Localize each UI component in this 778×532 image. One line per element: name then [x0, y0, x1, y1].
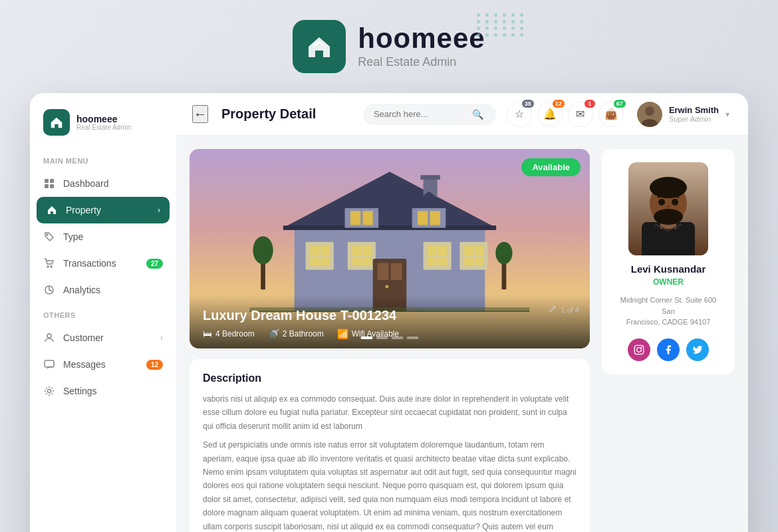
svg-point-12 [645, 106, 654, 116]
svg-point-57 [650, 177, 687, 198]
description-p1: vaboris nisi ut aliquip ex ea commodo co… [203, 392, 577, 433]
main-content: ← Property Detail 🔍 ☆ 38 🔔 12 ✉ 1 [176, 93, 748, 532]
svg-rect-61 [634, 345, 643, 354]
agent-name: Levi Kusnandar [615, 263, 721, 275]
settings-label: Settings [63, 386, 97, 396]
bedroom-feature: 🛏 4 Bedroom [203, 329, 255, 339]
mail-button[interactable]: ✉ 1 [568, 102, 593, 127]
dashboard-label: Dashboard [63, 178, 109, 189]
instagram-button[interactable] [628, 338, 650, 361]
user-profile[interactable]: Erwin Smith Super Admin ▾ [634, 102, 732, 127]
bag-button[interactable]: 👜 67 [598, 102, 624, 127]
search-icon: 🔍 [472, 109, 483, 120]
property-panel: Available ⤢ 1 of 4 Luxury Dream House T-… [190, 149, 590, 532]
dot-1[interactable] [361, 336, 373, 339]
svg-rect-28 [412, 208, 446, 227]
svg-rect-3 [50, 184, 54, 188]
top-branding: hoomeee Real Estate Admin [293, 20, 485, 73]
svg-rect-26 [363, 211, 373, 225]
description-p2: Sed ut perspiciatis unde omnis iste natu… [203, 438, 577, 532]
chat-icon [43, 358, 55, 370]
sidebar-item-analytics[interactable]: Analytics [30, 277, 176, 303]
agent-card: Levi Kusnandar OWNER Midnight Corner St.… [602, 149, 735, 374]
property-info-overlay: Luxury Dream House T-001234 🛏 4 Bedroom … [190, 295, 590, 348]
dot-3[interactable] [392, 336, 404, 339]
gear-icon [43, 385, 55, 397]
back-button[interactable]: ← [192, 105, 208, 123]
description-title: Description [203, 372, 577, 384]
sidebar-item-transactions[interactable]: Transactions 27 [30, 250, 176, 277]
svg-point-60 [672, 199, 678, 205]
house-illustration [249, 155, 529, 312]
svg-rect-9 [45, 360, 54, 367]
svg-point-4 [47, 234, 48, 235]
dot-decoration [477, 13, 525, 37]
sidebar-item-property[interactable]: Property › [37, 197, 170, 223]
svg-rect-20 [283, 225, 496, 230]
customer-label: Customer [63, 332, 104, 343]
agent-address-line2: Francisco, CADGE 94107 [626, 318, 711, 326]
svg-point-10 [48, 390, 51, 393]
facebook-button[interactable] [657, 338, 680, 361]
dot-4[interactable] [407, 336, 419, 339]
bathroom-feature: 🚿 2 Bathroom [268, 329, 324, 339]
mail-badge: 1 [584, 100, 595, 108]
star-button[interactable]: ☆ 38 [507, 102, 532, 127]
dot-2[interactable] [376, 336, 388, 339]
brand-text: hoomeee Real Estate Admin [358, 25, 485, 69]
type-label: Type [63, 231, 83, 242]
header-actions: ☆ 38 🔔 12 ✉ 1 👜 67 [507, 102, 624, 127]
svg-rect-0 [45, 179, 49, 183]
user-name: Erwin Smith [669, 105, 719, 115]
cart-icon [43, 257, 55, 269]
sidebar-item-messages[interactable]: Messages 12 [30, 351, 176, 378]
search-input[interactable] [374, 109, 467, 119]
carousel-dots [361, 336, 419, 339]
svg-point-42 [385, 285, 388, 289]
svg-rect-24 [345, 208, 379, 227]
sidebar-item-settings[interactable]: Settings [30, 378, 176, 404]
svg-rect-29 [418, 211, 428, 225]
messages-badge: 12 [146, 360, 163, 370]
page-title: Property Detail [221, 106, 352, 122]
twitter-button[interactable] [686, 338, 709, 361]
tag-icon [43, 231, 55, 243]
svg-point-62 [637, 347, 642, 352]
agent-panel: Levi Kusnandar OWNER Midnight Corner St.… [602, 149, 735, 532]
agent-address: Midnight Corner St. Suite 600 San Franci… [615, 295, 721, 328]
transactions-label: Transactions [63, 258, 116, 269]
bathroom-label: 2 Bathroom [283, 329, 324, 338]
content-area: Available ⤢ 1 of 4 Luxury Dream House T-… [176, 136, 748, 532]
bath-icon: 🚿 [268, 329, 279, 339]
bell-button[interactable]: 🔔 12 [537, 102, 563, 127]
wifi-icon: 📶 [337, 329, 348, 339]
description-text: vaboris nisi ut aliquip ex ea commodo co… [203, 392, 577, 532]
sidebar-item-type[interactable]: Type [30, 223, 176, 250]
agent-photo [628, 162, 708, 255]
svg-marker-19 [283, 172, 496, 227]
property-image-card: Available ⤢ 1 of 4 Luxury Dream House T-… [190, 149, 590, 348]
svg-point-17 [495, 242, 512, 265]
bag-badge: 67 [614, 100, 626, 108]
property-chevron: › [158, 205, 160, 215]
sidebar-item-dashboard[interactable]: Dashboard [30, 170, 176, 197]
messages-label: Messages [63, 359, 106, 370]
sidebar-logo [43, 109, 70, 136]
svg-rect-25 [350, 211, 360, 225]
brand-name: hoomeee [358, 25, 485, 53]
sidebar-item-customer[interactable]: Customer › [30, 325, 176, 351]
sidebar: hoomeee Real Estate Admin Main Menu Dash… [30, 93, 176, 532]
svg-point-63 [641, 346, 642, 348]
user-info: Erwin Smith Super Admin [669, 105, 719, 123]
header: ← Property Detail 🔍 ☆ 38 🔔 12 ✉ 1 [176, 93, 748, 136]
avatar [637, 102, 662, 127]
grid-icon [43, 178, 55, 190]
social-links [615, 338, 721, 361]
others-label: Others [30, 303, 176, 325]
user-chevron: ▾ [725, 110, 729, 119]
brand-logo [293, 20, 346, 73]
analytics-label: Analytics [63, 285, 100, 295]
search-bar[interactable]: 🔍 [363, 104, 496, 125]
svg-rect-2 [45, 184, 49, 188]
sidebar-brand-sub: Real Estate Admin [76, 124, 131, 131]
